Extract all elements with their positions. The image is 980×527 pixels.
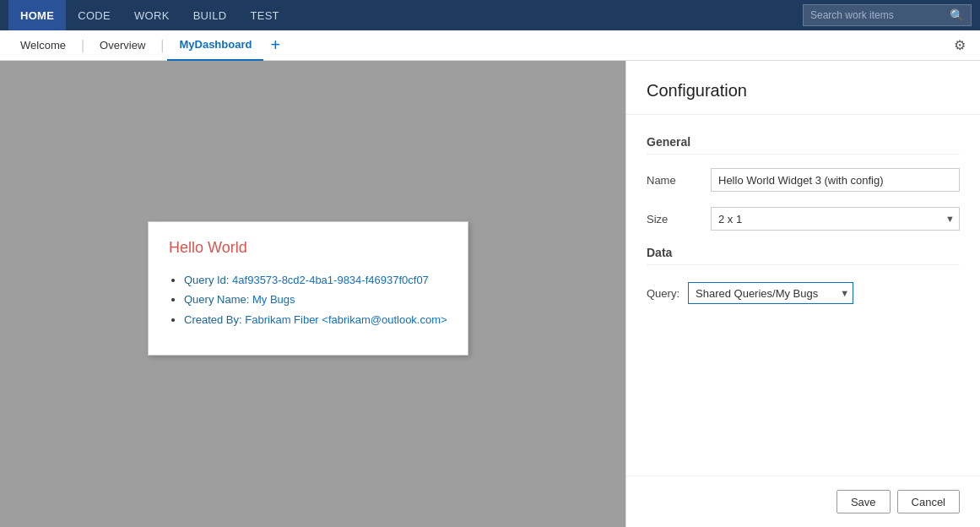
nav-build[interactable]: BUILD (181, 0, 239, 30)
search-input[interactable] (810, 9, 945, 21)
hello-world-widget: Hello World Query Id: 4af93573-8cd2-4ba1… (148, 221, 468, 356)
size-select-wrapper: 2 x 1 1 x 1 3 x 1 4 x 1 ▼ (711, 207, 960, 231)
cancel-button[interactable]: Cancel (897, 490, 960, 513)
query-name-value[interactable]: My Bugs (252, 293, 295, 306)
query-id-label: Query Id: (184, 274, 229, 286)
data-section-title: Data (647, 246, 960, 265)
size-select[interactable]: 2 x 1 1 x 1 3 x 1 4 x 1 (711, 207, 960, 231)
configuration-panel: Configuration General Name Size 2 x 1 1 … (625, 61, 980, 527)
subnav-divider-2: | (157, 38, 167, 53)
query-name-label: Query Name: (184, 293, 249, 306)
widget-query-id: Query Id: 4af93573-8cd2-4ba1-9834-f46937… (184, 270, 447, 290)
widget-query-name: Query Name: My Bugs (184, 290, 447, 309)
query-id-value[interactable]: 4af93573-8cd2-4ba1-9834-f46937f0cf07 (232, 274, 429, 286)
size-label: Size (647, 213, 697, 225)
nav-code[interactable]: CODE (66, 0, 122, 30)
nav-work[interactable]: WORK (122, 0, 181, 30)
created-by-value[interactable]: Fabrikam Fiber <fabrikam@outlook.com> (245, 313, 447, 326)
nav-test[interactable]: TEST (238, 0, 290, 30)
general-section-title: General (647, 135, 960, 155)
top-navigation: HOME CODE WORK BUILD TEST 🔍 (0, 0, 980, 30)
subnav-welcome[interactable]: Welcome (8, 30, 78, 61)
save-button[interactable]: Save (837, 490, 891, 513)
sub-navigation: Welcome | Overview | MyDashboard + ⚙ (0, 30, 980, 61)
data-section: Data Query: Shared Queries/My Bugs Share… (647, 246, 960, 304)
widget-details: Query Id: 4af93573-8cd2-4ba1-9834-f46937… (169, 270, 447, 329)
name-row: Name (647, 168, 960, 192)
query-select-wrapper: Shared Queries/My Bugs Shared Queries/Ac… (688, 282, 853, 304)
name-label: Name (647, 174, 697, 187)
created-by-label: Created By: (184, 313, 242, 326)
query-label: Query: (647, 287, 680, 300)
subnav-divider-1: | (78, 38, 88, 53)
config-title: Configuration (626, 61, 980, 115)
subnav-overview[interactable]: Overview (88, 30, 157, 61)
widget-created-by: Created By: Fabrikam Fiber <fabrikam@out… (184, 310, 447, 329)
nav-home[interactable]: HOME (8, 0, 66, 30)
config-footer: Save Cancel (626, 475, 980, 527)
add-dashboard-button[interactable]: + (263, 34, 287, 57)
search-box: 🔍 (803, 4, 972, 26)
widget-title: Hello World (169, 239, 447, 257)
gear-icon[interactable]: ⚙ (948, 34, 972, 57)
query-select[interactable]: Shared Queries/My Bugs Shared Queries/Ac… (688, 282, 853, 304)
subnav-mydashboard[interactable]: MyDashboard (167, 30, 263, 61)
query-row: Query: Shared Queries/My Bugs Shared Que… (647, 282, 960, 304)
size-row: Size 2 x 1 1 x 1 3 x 1 4 x 1 ▼ (647, 207, 960, 231)
config-body: General Name Size 2 x 1 1 x 1 3 x 1 4 x … (626, 115, 980, 475)
name-input[interactable] (711, 168, 960, 192)
canvas-area: Hello World Query Id: 4af93573-8cd2-4ba1… (0, 61, 625, 527)
main-layout: Hello World Query Id: 4af93573-8cd2-4ba1… (0, 61, 980, 527)
search-icon: 🔍 (950, 8, 964, 22)
